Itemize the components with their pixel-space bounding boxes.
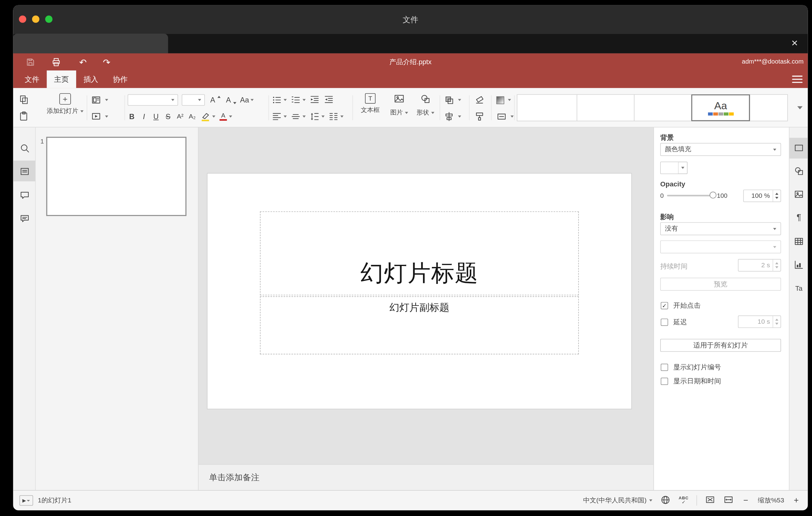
search-icon[interactable] — [19, 143, 30, 153]
shape-settings-icon[interactable] — [793, 166, 804, 176]
increase-font-button[interactable]: A — [208, 96, 221, 104]
start-slideshow-button[interactable] — [91, 110, 108, 123]
slide-thumbnails-panel: 1 — [36, 127, 199, 490]
delay-checkbox[interactable] — [661, 318, 668, 326]
bold-button[interactable]: B — [128, 112, 136, 121]
show-datetime-row: 显示日期和时间 — [661, 376, 721, 386]
table-settings-icon[interactable] — [793, 236, 804, 247]
spin-down-icon[interactable] — [775, 197, 778, 199]
image-settings-icon[interactable] — [793, 189, 804, 200]
notes-area[interactable]: 单击添加备注 — [199, 464, 654, 490]
slide-settings-icon[interactable] — [793, 143, 804, 153]
tab-insert[interactable]: 插入 — [76, 70, 106, 88]
underline-button[interactable]: U — [152, 112, 160, 121]
language-select[interactable]: 中文(中华人民共和国) — [583, 496, 652, 505]
show-slide-number-checkbox[interactable] — [661, 364, 668, 371]
theme-slot[interactable] — [634, 94, 692, 121]
theme-slot-selected[interactable]: Aa — [691, 94, 750, 121]
clear-style-button[interactable] — [474, 93, 485, 107]
spellcheck-icon[interactable]: ABC ✓ — [679, 496, 689, 505]
show-datetime-checkbox[interactable] — [661, 378, 668, 385]
textbox-label: 文本框 — [361, 106, 380, 114]
copy-style-button[interactable] — [474, 110, 485, 123]
theme-gallery-expand-button[interactable] — [795, 102, 805, 114]
image-icon — [393, 93, 405, 106]
title-placeholder[interactable]: 幻灯片标题 — [260, 211, 579, 295]
user-email: adm***@dootask.com — [742, 58, 804, 65]
app-chrome-strip: × — [13, 34, 808, 53]
numbering-button[interactable] — [290, 95, 306, 105]
chart-settings-icon[interactable] — [793, 260, 804, 270]
insert-textbox-button[interactable]: T 文本框 — [357, 93, 383, 114]
decrease-indent-button[interactable] — [310, 94, 320, 106]
theme-slot[interactable] — [577, 94, 634, 121]
zoom-in-button[interactable]: + — [792, 496, 800, 505]
start-slideshow-statusbar-button[interactable]: ▶ — [20, 495, 33, 506]
delay-field[interactable]: 10 s — [738, 315, 781, 328]
theme-slot[interactable] — [749, 94, 788, 121]
start-on-click-checkbox[interactable]: ✓ — [661, 302, 668, 310]
insert-shape-button[interactable]: 形状 — [413, 93, 437, 117]
preview-button[interactable]: 预览 — [660, 278, 781, 291]
hamburger-menu-icon[interactable] — [792, 75, 803, 84]
slide-layout-button[interactable] — [91, 93, 108, 107]
decrease-font-button[interactable]: A — [224, 96, 236, 104]
paragraph-settings-icon[interactable]: ¶ — [793, 212, 804, 223]
columns-button[interactable] — [328, 111, 343, 122]
highlight-color-button[interactable] — [200, 111, 215, 122]
vertical-align-button[interactable] — [290, 111, 306, 122]
apply-to-all-button[interactable]: 适用于所有幻灯片 — [660, 339, 781, 352]
tab-home[interactable]: 主页 — [47, 70, 76, 88]
statusbar: ▶ 1的幻灯片1 中文(中华人民共和国) ABC ✓ — [13, 490, 808, 510]
duration-field[interactable]: 2 s — [738, 259, 781, 271]
strikethrough-button[interactable]: S — [164, 112, 172, 121]
shape-label: 形状 — [416, 108, 429, 117]
fill-color-select[interactable] — [660, 162, 688, 174]
opacity-slider-knob[interactable] — [709, 192, 716, 198]
fit-to-width-icon[interactable] — [723, 494, 734, 507]
effect-variant-select[interactable] — [660, 240, 781, 253]
show-slide-number-label: 显示幻灯片编号 — [673, 363, 721, 372]
font-size-select[interactable] — [182, 94, 205, 106]
bullets-button[interactable] — [271, 95, 287, 105]
chat-icon[interactable] — [19, 213, 30, 224]
add-slide-button[interactable]: ＋ 添加幻灯片 — [47, 93, 84, 115]
subscript-button[interactable]: A₂ — [188, 113, 196, 120]
left-toolbar — [13, 127, 36, 490]
copy-icon[interactable] — [19, 94, 29, 106]
slide-thumbnail[interactable] — [46, 137, 187, 216]
subtitle-placeholder[interactable]: 幻灯片副标题 — [260, 296, 579, 354]
insert-image-button[interactable]: 图片 — [387, 93, 411, 117]
comments-icon[interactable] — [19, 190, 30, 200]
close-icon[interactable]: × — [788, 36, 802, 50]
align-shape-button[interactable] — [444, 110, 461, 123]
slide-size-button[interactable] — [496, 110, 514, 123]
plus-icon: ＋ — [59, 93, 71, 105]
arrange-shape-button[interactable] — [444, 93, 461, 107]
tab-collaboration[interactable]: 协作 — [106, 70, 135, 88]
tab-file[interactable]: 文件 — [17, 70, 47, 88]
superscript-button[interactable]: A² — [176, 113, 184, 120]
increase-indent-button[interactable] — [324, 94, 334, 106]
document-language-icon[interactable] — [660, 494, 671, 507]
font-color-button[interactable]: A — [219, 112, 232, 121]
font-name-select[interactable] — [128, 94, 178, 106]
line-spacing-button[interactable] — [310, 111, 324, 122]
fill-type-select[interactable]: 颜色填充 — [660, 143, 781, 156]
slide-fill-button[interactable] — [496, 93, 514, 107]
italic-button[interactable]: I — [140, 112, 148, 121]
opacity-slider-track[interactable] — [667, 195, 713, 196]
effect-select[interactable]: 没有 — [660, 222, 781, 235]
textbox-icon: T — [365, 93, 375, 104]
textart-settings-icon[interactable]: Ta — [793, 283, 804, 293]
theme-slot[interactable] — [517, 94, 577, 121]
change-case-button[interactable]: Aa — [240, 96, 254, 104]
horizontal-align-button[interactable] — [271, 111, 287, 122]
paste-icon[interactable] — [19, 111, 29, 122]
spin-up-icon[interactable] — [775, 193, 778, 195]
opacity-value-field[interactable]: 100 % — [743, 190, 781, 202]
zoom-out-button[interactable]: − — [742, 496, 750, 505]
fit-to-slide-icon[interactable] — [705, 494, 716, 507]
slide[interactable]: 幻灯片标题 幻灯片副标题 — [207, 173, 631, 409]
slides-panel-icon[interactable] — [19, 166, 30, 176]
